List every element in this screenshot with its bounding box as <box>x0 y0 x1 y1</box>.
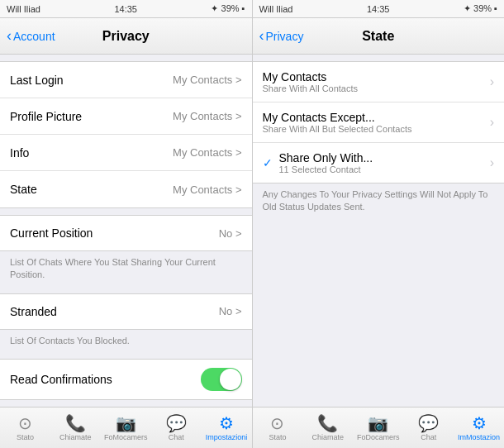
stranded-row[interactable]: Stranded No > <box>0 293 252 330</box>
stranded-note: List Of Contacts You Blocked. <box>0 330 252 352</box>
privacy-section: Last Login My Contacts > Profile Picture… <box>0 61 252 208</box>
state-value: My Contacts > <box>173 183 241 196</box>
state-row[interactable]: State My Contacts > <box>0 171 252 207</box>
impostazioni-icon-left: ⚙ <box>219 415 234 431</box>
status-bar-left: Will Iliad 14:35 ✦ 39% ▪ <box>0 0 253 17</box>
stranded-label: Stranded <box>10 305 57 318</box>
tab-chiamate-left[interactable]: 📞 Chiamate <box>50 407 101 448</box>
state-label: State <box>10 183 37 196</box>
back-label-left: Account <box>13 30 55 43</box>
carrier-right: Will Iliad <box>259 4 293 14</box>
my-contacts-except-title: My Contacts Except... <box>263 111 487 124</box>
stato-icon-right: ⊙ <box>270 415 284 431</box>
tab-fodocamers-right[interactable]: 📷 FoDocamers <box>353 407 403 448</box>
fodocamers-icon-right: 📷 <box>368 415 388 431</box>
chiamate-icon-right: 📞 <box>317 415 338 431</box>
notice-text: Any Changes To Your Privacy Settings Wil… <box>253 183 505 219</box>
info-label: Info <box>10 146 29 160</box>
tab-bar: ⊙ Stato 📞 Chiamate 📷 FoMocamers 💬 Chat ⚙… <box>0 407 504 448</box>
state-options-table: My Contacts Share With All Contacts › My… <box>253 61 505 183</box>
impostazioni-label-left: Impostazioni <box>206 433 248 441</box>
back-chevron-left: ‹ <box>7 27 12 45</box>
stranded-section: Stranded No > List Of Contacts You Block… <box>0 293 252 352</box>
current-position-section: Current Position No > List Of Chats Wher… <box>0 215 252 287</box>
stato-label-right: Stato <box>269 433 286 441</box>
tab-immostazion-right[interactable]: ⚙ ImMostazion <box>454 407 504 448</box>
profile-picture-row[interactable]: Profile Picture My Contacts > <box>0 98 252 135</box>
share-only-with-subtitle: 11 Selected Contact <box>279 164 487 174</box>
share-only-with-chevron: › <box>490 155 494 170</box>
last-login-label: Last Login <box>10 74 64 87</box>
right-panel: My Contacts Share With All Contacts › My… <box>253 55 505 407</box>
read-confirmations-label: Read Confirmations <box>10 373 112 386</box>
left-panel: Last Login My Contacts > Profile Picture… <box>0 55 253 407</box>
current-position-value: No > <box>219 227 242 240</box>
main-content: Last Login My Contacts > Profile Picture… <box>0 55 504 407</box>
fomocamers-label-left: FoMocamers <box>104 433 148 441</box>
last-login-value: My Contacts > <box>173 74 241 86</box>
share-only-check-icon: ✓ <box>263 156 273 169</box>
back-button-right[interactable]: ‹ Privacy <box>259 27 304 45</box>
share-only-with-option[interactable]: ✓ Share Only With... 11 Selected Contact… <box>253 143 505 183</box>
tab-chat-right[interactable]: 💬 Chat <box>403 407 454 448</box>
immostazion-icon-right: ⚙ <box>472 415 487 431</box>
chiamate-label-right: Chiamate <box>312 433 345 441</box>
my-contacts-option[interactable]: My Contacts Share With All Contacts › <box>253 62 505 102</box>
last-login-row[interactable]: Last Login My Contacts > <box>0 62 252 98</box>
status-bar: Will Iliad 14:35 ✦ 39% ▪ Will Iliad 14:3… <box>0 0 504 18</box>
profile-picture-label: Profile Picture <box>10 110 82 123</box>
my-contacts-except-chevron: › <box>490 115 494 130</box>
profile-picture-value: My Contacts > <box>173 110 241 122</box>
immostazion-label-right: ImMostazion <box>458 433 500 441</box>
my-contacts-title: My Contacts <box>263 70 487 83</box>
back-chevron-right: ‹ <box>259 27 264 45</box>
current-position-note: List Of Chats Where You Stat Sharing You… <box>0 251 252 287</box>
my-contacts-except-option[interactable]: My Contacts Except... Share With All But… <box>253 102 505 143</box>
read-confirmations-row: Read Confirmations <box>0 359 252 400</box>
nav-half-right: ‹ Privacy State <box>253 18 505 54</box>
tab-impostazioni-left[interactable]: ⚙ Impostazioni <box>202 407 252 448</box>
chat-icon-right: 💬 <box>418 415 439 431</box>
chat-label-left: Chat <box>169 433 184 441</box>
tab-stato-left[interactable]: ⊙ Stato <box>0 407 50 448</box>
nav-bar: ‹ Account Privacy ‹ Privacy State <box>0 18 504 55</box>
tab-bar-left: ⊙ Stato 📞 Chiamate 📷 FoMocamers 💬 Chat ⚙… <box>0 407 253 448</box>
nav-title-right: State <box>362 29 394 44</box>
share-only-with-title: Share Only With... <box>279 151 487 164</box>
tab-stato-right[interactable]: ⊙ Stato <box>253 407 303 448</box>
read-confirmations-toggle[interactable] <box>201 368 242 391</box>
chat-icon-left: 💬 <box>166 415 187 431</box>
my-contacts-except-subtitle: Share With All But Selected Contacts <box>263 124 487 134</box>
tab-bar-right: ⊙ Stato 📞 Chiamate 📷 FoDocamers 💬 Chat ⚙… <box>253 407 505 448</box>
current-position-label: Current Position <box>10 226 93 240</box>
time-right: 14:35 <box>367 4 390 14</box>
fomocamers-icon-left: 📷 <box>116 415 136 431</box>
tab-chat-left[interactable]: 💬 Chat <box>151 407 202 448</box>
stranded-value: No > <box>219 305 242 317</box>
stato-label-left: Stato <box>17 433 34 441</box>
time-left: 14:35 <box>114 4 137 14</box>
read-confirmations-note: If You Turn Off Read Confirmations, You … <box>0 400 252 407</box>
nav-half-left: ‹ Account Privacy <box>0 18 253 54</box>
my-contacts-chevron: › <box>490 74 494 89</box>
status-icons-left: ✦ 39% ▪ <box>211 3 245 14</box>
my-contacts-except-content: My Contacts Except... Share With All But… <box>263 111 487 134</box>
back-button-left[interactable]: ‹ Account <box>7 27 55 45</box>
status-icons-right: ✦ 39% ▪ <box>464 3 497 14</box>
status-bar-right: Will Iliad 14:35 ✦ 39% ▪ <box>253 0 505 17</box>
tab-fomocamers-left[interactable]: 📷 FoMocamers <box>101 407 151 448</box>
my-contacts-content: My Contacts Share With All Contacts <box>263 70 487 93</box>
chat-label-right: Chat <box>421 433 436 441</box>
carrier-left: Will Iliad <box>7 4 40 14</box>
current-position-row[interactable]: Current Position No > <box>0 215 252 251</box>
fodocamers-label-right: FoDocamers <box>357 433 400 441</box>
tab-chiamate-right[interactable]: 📞 Chiamate <box>302 407 353 448</box>
share-only-with-content: Share Only With... 11 Selected Contact <box>279 151 487 174</box>
nav-title-left: Privacy <box>102 29 150 44</box>
back-label-right: Privacy <box>266 30 304 43</box>
my-contacts-subtitle: Share With All Contacts <box>263 83 487 93</box>
info-row[interactable]: Info My Contacts > <box>0 135 252 171</box>
privacy-table: Last Login My Contacts > Profile Picture… <box>0 61 252 208</box>
info-value: My Contacts > <box>173 146 241 159</box>
read-confirmations-section: Read Confirmations If You Turn Off Read … <box>0 359 252 407</box>
